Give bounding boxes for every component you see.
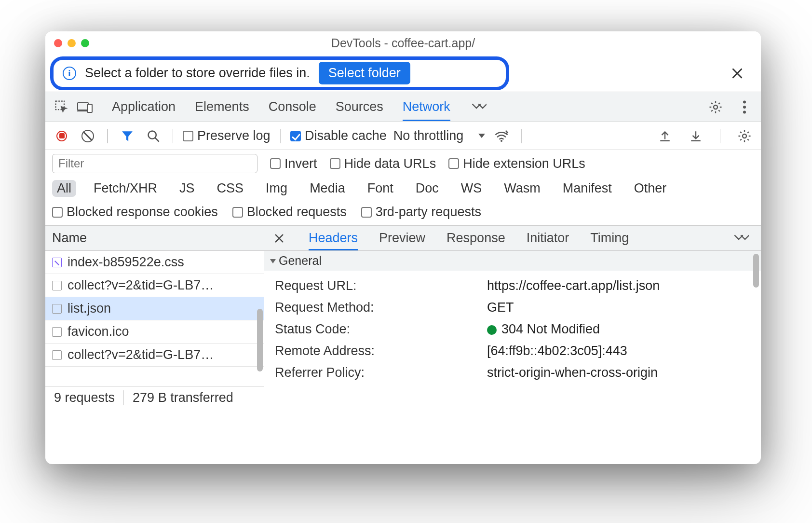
third-party-label: 3rd-party requests (376, 205, 481, 220)
detail-tab-headers[interactable]: Headers (309, 226, 358, 250)
hide-data-urls-label: Hide data URLs (344, 156, 436, 171)
type-css[interactable]: CSS (212, 180, 249, 197)
tab-elements[interactable]: Elements (195, 93, 249, 121)
request-list-pane: Name index-b859522e.css collect?v=2&tid=… (45, 226, 264, 409)
status-code-key: Status Code: (275, 322, 487, 337)
type-ws[interactable]: WS (456, 180, 487, 197)
invert-label: Invert (284, 156, 317, 171)
detail-tab-timing[interactable]: Timing (590, 226, 629, 250)
more-detail-tabs-icon[interactable] (732, 229, 751, 248)
doc-file-icon (52, 327, 62, 337)
remote-address-key: Remote Address: (275, 344, 487, 358)
divider (720, 129, 721, 143)
titlebar: DevTools - coffee-cart.app/ (45, 31, 761, 55)
preserve-log-checkbox[interactable]: Preserve log (183, 128, 271, 143)
name-column-header[interactable]: Name (45, 226, 264, 251)
network-settings-icon[interactable] (735, 126, 754, 146)
chevron-down-icon (478, 134, 485, 138)
filter-input[interactable] (52, 154, 257, 173)
filter-toggle-icon[interactable] (118, 126, 137, 146)
tab-sources[interactable]: Sources (336, 93, 383, 121)
banner-message: Select a folder to store override files … (85, 66, 310, 81)
record-icon[interactable] (52, 126, 71, 146)
close-window-icon[interactable] (54, 39, 62, 47)
main-tabs: Application Elements Console Sources Net… (112, 93, 489, 121)
settings-icon[interactable] (706, 97, 725, 117)
close-detail-icon[interactable] (274, 233, 284, 244)
preserve-log-label: Preserve log (197, 128, 271, 143)
general-section-header[interactable]: General (264, 251, 761, 271)
type-other[interactable]: Other (629, 180, 672, 197)
type-js[interactable]: JS (175, 180, 200, 197)
network-conditions-icon[interactable] (492, 126, 511, 146)
detail-tab-preview[interactable]: Preview (379, 226, 425, 250)
hide-extension-urls-checkbox[interactable]: Hide extension URLs (448, 156, 585, 171)
blocked-cookies-label: Blocked response cookies (67, 205, 218, 220)
blocked-requests-checkbox[interactable]: Blocked requests (232, 205, 347, 220)
request-row[interactable]: index-b859522e.css (45, 251, 264, 274)
request-row[interactable]: collect?v=2&tid=G-LB7… (45, 274, 264, 297)
detail-scrollbar[interactable] (753, 254, 759, 288)
remote-address-value: [64:ff9b::4b02:3c05]:443 (487, 344, 750, 358)
transferred-size: 279 B transferred (124, 390, 242, 405)
maximize-window-icon[interactable] (81, 39, 89, 47)
list-scrollbar[interactable] (257, 309, 263, 372)
throttling-select[interactable]: No throttling (393, 128, 486, 143)
request-row[interactable]: collect?v=2&tid=G-LB7… (45, 344, 264, 367)
request-url-value: https://coffee-cart.app/list.json (487, 278, 750, 293)
request-row[interactable]: list.json (45, 297, 264, 320)
close-banner-icon[interactable] (731, 67, 744, 80)
svg-point-5 (743, 105, 746, 108)
type-doc[interactable]: Doc (411, 180, 444, 197)
info-icon: i (63, 67, 76, 80)
request-name: collect?v=2&tid=G-LB7… (68, 347, 214, 362)
request-row[interactable]: favicon.ico (45, 320, 264, 344)
doc-file-icon (52, 281, 62, 290)
type-manifest[interactable]: Manifest (558, 180, 617, 197)
blocked-filters-row: Blocked response cookies Blocked request… (45, 200, 761, 226)
search-icon[interactable] (144, 126, 163, 146)
request-name: favicon.ico (68, 324, 129, 339)
kebab-menu-icon[interactable] (735, 97, 754, 117)
inspect-element-icon[interactable] (52, 97, 71, 117)
hide-ext-urls-label: Hide extension URLs (463, 156, 585, 171)
type-img[interactable]: Img (261, 180, 292, 197)
type-wasm[interactable]: Wasm (499, 180, 545, 197)
select-folder-button[interactable]: Select folder (319, 62, 410, 84)
referrer-policy-key: Referrer Policy: (275, 365, 487, 380)
disable-cache-checkbox[interactable]: Disable cache (290, 128, 387, 143)
type-all[interactable]: All (52, 180, 76, 197)
download-icon[interactable] (686, 126, 705, 146)
type-fetchxhr[interactable]: Fetch/XHR (89, 180, 162, 197)
referrer-policy-value: strict-origin-when-cross-origin (487, 365, 750, 380)
device-toolbar-icon[interactable] (75, 97, 95, 117)
svg-point-6 (743, 110, 746, 113)
hide-data-urls-checkbox[interactable]: Hide data URLs (330, 156, 436, 171)
invert-checkbox[interactable]: Invert (270, 156, 317, 171)
type-media[interactable]: Media (305, 180, 350, 197)
css-file-icon (52, 258, 62, 267)
third-party-checkbox[interactable]: 3rd-party requests (361, 205, 481, 220)
upload-icon[interactable] (655, 126, 675, 146)
clear-icon[interactable] (78, 126, 97, 146)
doc-file-icon (52, 304, 62, 314)
more-tabs-icon[interactable] (470, 97, 489, 117)
tab-console[interactable]: Console (269, 93, 316, 121)
section-title: General (279, 254, 322, 268)
detail-tab-response[interactable]: Response (447, 226, 505, 250)
minimize-window-icon[interactable] (68, 39, 76, 47)
override-banner: i Select a folder to store override file… (45, 55, 761, 92)
doc-file-icon (52, 350, 62, 360)
request-name: list.json (68, 301, 111, 316)
blocked-cookies-checkbox[interactable]: Blocked response cookies (52, 205, 218, 220)
devtools-window: DevTools - coffee-cart.app/ i Select a f… (45, 31, 761, 464)
tab-network[interactable]: Network (403, 93, 450, 121)
request-name: collect?v=2&tid=G-LB7… (68, 278, 214, 293)
detail-tab-initiator[interactable]: Initiator (527, 226, 569, 250)
throttling-label: No throttling (393, 128, 464, 143)
svg-rect-1 (78, 103, 88, 110)
type-filter-row: All Fetch/XHR JS CSS Img Media Font Doc … (45, 177, 761, 200)
request-method-value: GET (487, 300, 750, 315)
type-font[interactable]: Font (363, 180, 398, 197)
tab-application[interactable]: Application (112, 93, 176, 121)
